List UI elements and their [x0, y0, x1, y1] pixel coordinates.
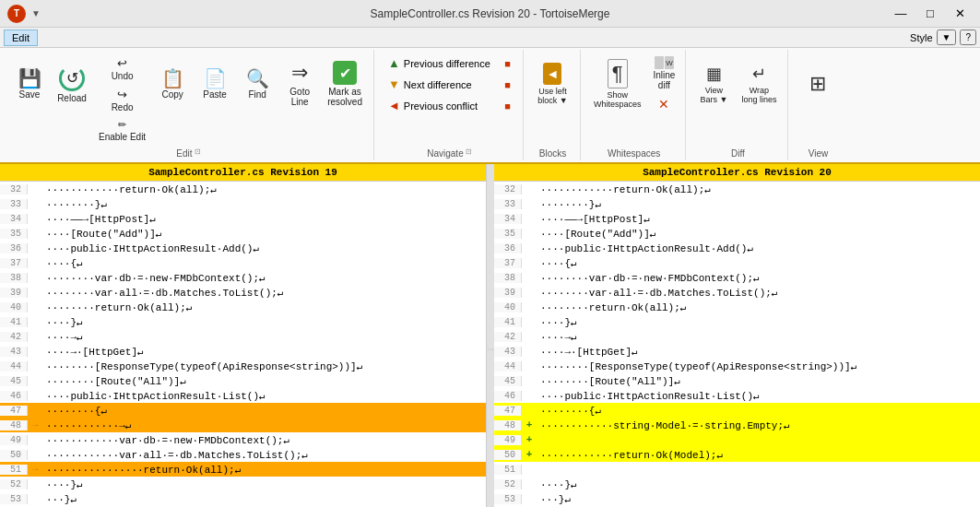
line-content: ············return·Ok(all);↵ — [537, 183, 980, 195]
left-diff-panel: SampleController.cs Revision 19 32······… — [0, 164, 487, 507]
wrap-long-lines-icon: ↵ — [752, 64, 766, 84]
line-content: ········[Route("All")]↵ — [42, 375, 486, 387]
navigate-group-expand[interactable]: ⊡ — [466, 147, 472, 156]
line-content: ····→↵ — [42, 331, 486, 343]
prev-conflict-button[interactable]: ◄ Previous conflict ■ — [382, 96, 517, 115]
next-diff-label: Next difference — [404, 79, 472, 90]
enable-edit-button[interactable]: ✏ Enable Edit — [94, 116, 150, 145]
next-diff-icon: ▼ — [388, 77, 400, 91]
diff-line: 46····public·IHttpActionResult·List()↵ — [494, 388, 980, 403]
reload-label: Reload — [57, 93, 87, 103]
line-content: ········}↵ — [42, 198, 486, 210]
view-bars-button[interactable]: ▦ ViewBars ▼ — [693, 52, 734, 116]
diff-line: 39········var·all·=·db.Matches.ToList();… — [494, 285, 980, 300]
diff-line: 36····public·IHttpActionResult·Add()↵ — [0, 241, 486, 255]
line-content: ············→↵ — [42, 419, 486, 431]
close-button[interactable]: ✕ — [947, 4, 973, 24]
minimize-button[interactable]: — — [888, 4, 914, 24]
navigate-group-label: Navigate — [427, 145, 463, 159]
redo-button[interactable]: ↪ Redo — [94, 85, 150, 115]
view-extra-button[interactable]: ⊞ — [797, 52, 838, 116]
diff-items: ▦ ViewBars ▼ ↵ Wraplong lines — [693, 52, 782, 145]
style-dropdown[interactable]: ▼ — [937, 29, 957, 45]
redo-label: Redo — [112, 102, 134, 112]
line-number: 49 — [0, 435, 28, 445]
line-number: 53 — [0, 494, 28, 504]
line-number: 36 — [0, 243, 28, 254]
line-number: 49 — [494, 435, 522, 445]
navigate-group: ▲ Previous difference ■ ▼ Next differenc… — [376, 50, 524, 160]
copy-button[interactable]: 📋 Copy — [152, 52, 193, 116]
titlebar-controls: — □ ✕ — [888, 4, 973, 24]
paste-button[interactable]: 📄 Paste — [195, 52, 235, 116]
whitespaces-x-icon: ✕ — [658, 97, 669, 112]
whitespaces-group-label-row: Whitespaces — [588, 145, 679, 159]
panel-splitter[interactable]: ⋮ — [487, 164, 494, 507]
line-content: ················return·Ok(all);↵ — [42, 464, 486, 476]
line-content: ········var·db·=·new·FMDbContext();↵ — [537, 272, 980, 284]
diff-line: 41····}↵ — [494, 314, 980, 329]
line-content: ········return·Ok(all);↵ — [537, 301, 980, 313]
diff-line: 51→················return·Ok(all);↵ — [0, 462, 486, 477]
diff-line: 53···}↵ — [0, 491, 486, 506]
style-control: Style ▼ ? — [910, 29, 976, 45]
line-number: 32 — [0, 184, 28, 195]
diff-line: 50+············return·Ok(Model);↵ — [494, 447, 980, 462]
prev-diff-stop-icon: ■ — [504, 58, 511, 69]
line-content: ········[Route("All")]↵ — [537, 375, 980, 387]
undo-button[interactable]: ↩ Undo — [94, 53, 150, 84]
line-number: 33 — [0, 199, 28, 209]
edit-group-items: 💾 Save ↺ Reload ↩ Undo ↪ Redo ✏ — [9, 52, 368, 145]
blocks-group: ◄ Use leftblock ▼ Blocks — [525, 50, 581, 160]
diff-line: 35····[Route("Add")]↵ — [494, 226, 980, 241]
diff-line: 32············return·Ok(all);↵ — [0, 182, 486, 196]
line-content: ····——→[HttpPost]↵ — [42, 213, 486, 225]
line-content: ····{↵ — [42, 257, 486, 269]
save-label: Save — [19, 89, 41, 100]
line-number: 39 — [0, 288, 28, 298]
window-title: SampleController.cs Revision 20 - Tortoi… — [371, 7, 610, 20]
right-diff-content[interactable]: 32············return·Ok(all);↵33········… — [494, 182, 980, 507]
next-diff-stop-icon: ■ — [504, 79, 511, 90]
save-button[interactable]: 💾 Save — [9, 52, 50, 116]
use-left-block-icon: ◄ — [543, 63, 561, 85]
right-diff-panel: SampleController.cs Revision 20 32······… — [494, 164, 980, 507]
mark-resolved-label: Mark asresolved — [327, 87, 362, 107]
line-number: 32 — [494, 184, 522, 195]
line-content: ············string·Model·=·string.Empty;… — [537, 419, 980, 431]
prev-conflict-label: Previous conflict — [404, 100, 478, 112]
edit-group-expand[interactable]: ⊡ — [195, 147, 201, 156]
line-content: ····→·[HttpGet]↵ — [42, 346, 486, 358]
diff-group-label-row: Diff — [693, 145, 782, 159]
next-difference-button[interactable]: ▼ Next difference ■ — [382, 75, 517, 94]
find-button[interactable]: 🔍 Find — [237, 52, 277, 116]
help-button[interactable]: ? — [960, 29, 976, 45]
line-number: 42 — [0, 332, 28, 342]
diff-group-label: Diff — [731, 145, 745, 159]
diff-line: 47········{↵ — [0, 403, 486, 418]
use-left-block-button[interactable]: ◄ Use leftblock ▼ — [532, 52, 573, 116]
show-whitespaces-button[interactable]: ¶ ShowWhitespaces — [588, 52, 647, 116]
whitespaces-x-button[interactable]: ✕ — [649, 94, 680, 114]
enable-edit-icon: ✏ — [118, 119, 126, 131]
line-number: 44 — [494, 361, 522, 371]
mark-as-resolved-button[interactable]: ✔ Mark asresolved — [322, 52, 368, 116]
reload-button[interactable]: ↺ Reload — [52, 52, 92, 116]
maximize-button[interactable]: □ — [917, 4, 943, 24]
line-content: ····}↵ — [42, 478, 486, 490]
menu-item-edit[interactable]: Edit — [4, 29, 38, 46]
wrap-long-lines-button[interactable]: ↵ Wraplong lines — [736, 52, 782, 116]
diff-line: 40········return·Ok(all);↵ — [494, 300, 980, 314]
line-number: 37 — [494, 258, 522, 268]
view-group-label: View — [809, 145, 829, 159]
diff-line: 37····{↵ — [494, 255, 980, 270]
diff-line: 47········{↵ — [494, 403, 980, 418]
line-content: ········var·db·=·new·FMDbContext();↵ — [42, 272, 486, 284]
diff-line: 38········var·db·=·new·FMDbContext();↵ — [494, 270, 980, 285]
inline-diff-button[interactable]: W Inlinediff — [649, 53, 680, 93]
line-marker: → — [28, 419, 42, 430]
left-diff-content[interactable]: 32············return·Ok(all);↵33········… — [0, 182, 486, 507]
diff-line: 46····public·IHttpActionResult·List()↵ — [0, 388, 486, 403]
prev-difference-button[interactable]: ▲ Previous difference ■ — [382, 53, 517, 73]
goto-line-button[interactable]: ⇒ GotoLine — [279, 52, 320, 116]
